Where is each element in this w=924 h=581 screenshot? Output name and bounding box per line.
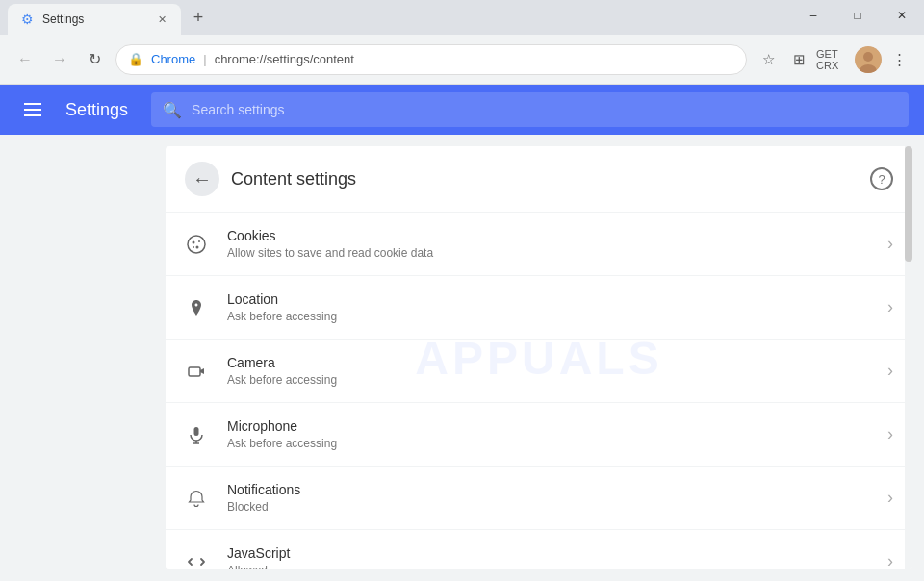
svg-point-7	[192, 246, 194, 248]
main-content: APPUALS ← Content settings ? Cookies All…	[166, 146, 912, 569]
location-title: Location	[227, 291, 868, 307]
javascript-icon	[185, 550, 208, 570]
hamburger-button[interactable]	[15, 92, 50, 127]
svg-point-3	[188, 236, 205, 253]
javascript-chevron: ›	[887, 551, 893, 569]
active-tab[interactable]: ⚙ Settings ✕	[8, 4, 181, 35]
title-bar: ⚙ Settings ✕ + – □ ✕	[0, 0, 924, 35]
settings-header: Settings 🔍 Search settings	[0, 85, 924, 135]
settings-items-list: Cookies Allow sites to save and read coo…	[166, 213, 912, 569]
tab-close-button[interactable]: ✕	[154, 12, 169, 27]
camera-chevron: ›	[887, 361, 893, 381]
settings-item-javascript[interactable]: JavaScript Allowed ›	[166, 530, 912, 569]
settings-item-microphone[interactable]: Microphone Ask before accessing ›	[166, 403, 912, 467]
microphone-chevron: ›	[887, 424, 893, 444]
microphone-title: Microphone	[227, 418, 868, 434]
javascript-title: JavaScript	[227, 545, 868, 561]
svg-point-6	[196, 245, 199, 248]
url-bar[interactable]: 🔒 Chrome | chrome://settings/content	[116, 44, 747, 75]
notifications-text: Notifications Blocked	[227, 482, 868, 514]
ham-line-1	[24, 103, 41, 105]
notifications-subtitle: Blocked	[227, 500, 868, 514]
settings-item-location[interactable]: Location Ask before accessing ›	[166, 276, 912, 340]
location-text: Location Ask before accessing	[227, 291, 868, 323]
settings-title: Settings	[65, 100, 128, 120]
maximize-button[interactable]: □	[835, 0, 880, 31]
camera-title: Camera	[227, 355, 868, 370]
close-window-button[interactable]: ✕	[880, 0, 924, 31]
search-icon: 🔍	[163, 101, 182, 119]
forward-button[interactable]: →	[46, 46, 73, 73]
javascript-subtitle: Allowed	[227, 564, 868, 569]
getcrx-button[interactable]: GET CRX	[816, 46, 851, 73]
menu-button[interactable]: ⋮	[886, 46, 912, 73]
cookies-icon	[185, 233, 208, 256]
microphone-icon	[185, 423, 208, 446]
ham-line-3	[24, 114, 41, 116]
cookies-subtitle: Allow sites to save and read cookie data	[227, 246, 868, 260]
location-icon	[185, 296, 208, 319]
bookmark-button[interactable]: ☆	[755, 46, 782, 73]
content-settings-title: Content settings	[231, 169, 356, 189]
javascript-text: JavaScript Allowed	[227, 545, 868, 569]
microphone-text: Microphone Ask before accessing	[227, 418, 868, 450]
search-bar[interactable]: 🔍 Search settings	[151, 92, 909, 127]
search-placeholder: Search settings	[192, 102, 285, 117]
content-area: APPUALS ← Content settings ? Cookies All…	[0, 135, 924, 581]
camera-subtitle: Ask before accessing	[227, 373, 868, 387]
url-separator: |	[203, 52, 206, 66]
camera-icon	[185, 360, 208, 383]
cookies-title: Cookies	[227, 228, 868, 243]
cookies-chevron: ›	[887, 234, 893, 254]
notifications-title: Notifications	[227, 482, 868, 497]
camera-text: Camera Ask before accessing	[227, 355, 868, 387]
microphone-subtitle: Ask before accessing	[227, 437, 868, 450]
scrollbar-thumb[interactable]	[905, 146, 912, 262]
window-controls: – □ ✕	[791, 0, 924, 31]
back-button[interactable]: ←	[12, 46, 38, 73]
settings-item-notifications[interactable]: Notifications Blocked ›	[166, 467, 912, 530]
site-name: Chrome	[151, 52, 195, 66]
cookies-text: Cookies Allow sites to save and read coo…	[227, 228, 868, 260]
location-chevron: ›	[887, 297, 893, 317]
location-subtitle: Ask before accessing	[227, 310, 868, 323]
sidebar	[0, 135, 154, 581]
svg-point-5	[198, 240, 200, 242]
svg-point-4	[192, 240, 195, 243]
new-tab-button[interactable]: +	[185, 4, 212, 31]
settings-item-cookies[interactable]: Cookies Allow sites to save and read coo…	[166, 213, 912, 276]
settings-item-camera[interactable]: Camera Ask before accessing ›	[166, 340, 912, 403]
help-button[interactable]: ?	[870, 167, 893, 190]
minimize-button[interactable]: –	[791, 0, 835, 31]
url-path: chrome://settings/content	[215, 52, 354, 66]
ham-line-2	[24, 109, 41, 111]
content-settings-header: ← Content settings ?	[166, 146, 912, 213]
address-actions: ☆ ⊞ GET CRX ⋮	[755, 46, 912, 73]
header-left: ← Content settings	[185, 162, 356, 196]
tab-title: Settings	[42, 13, 146, 26]
notifications-chevron: ›	[887, 488, 893, 508]
back-to-settings-button[interactable]: ←	[185, 162, 219, 196]
profile-avatar[interactable]	[855, 46, 882, 73]
extensions-button[interactable]: ⊞	[785, 46, 812, 73]
scrollbar[interactable]	[905, 146, 912, 569]
refresh-button[interactable]: ↻	[81, 46, 108, 73]
svg-rect-8	[189, 367, 200, 376]
svg-rect-10	[194, 427, 199, 436]
svg-point-1	[863, 52, 873, 62]
address-bar: ← → ↻ 🔒 Chrome | chrome://settings/conte…	[0, 35, 924, 85]
site-icon: 🔒	[128, 52, 143, 66]
tab-favicon: ⚙	[19, 12, 35, 27]
notifications-icon	[185, 487, 208, 510]
